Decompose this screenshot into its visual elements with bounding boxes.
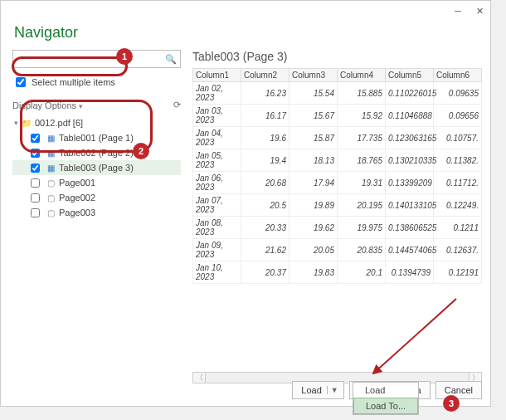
tree-item-checkbox[interactable]: [31, 208, 40, 217]
table-cell: Jan 04, 2023: [193, 127, 241, 149]
table-cell: 0.140133105: [386, 194, 434, 217]
search-box[interactable]: 🔍: [12, 50, 181, 68]
table-cell: 0.138606525: [386, 217, 434, 239]
table-cell: 15.92: [338, 105, 386, 127]
table-cell: 0.110226015: [386, 82, 434, 105]
table-cell: 20.05: [289, 239, 338, 261]
preview-table: Column1Column2Column3Column4Column5Colum…: [192, 68, 482, 284]
column-header[interactable]: Column6: [434, 69, 482, 82]
table-cell: 20.5: [241, 194, 289, 217]
page-icon: ▢: [46, 193, 56, 203]
table-cell: Jan 08, 2023: [193, 217, 241, 239]
search-icon: 🔍: [165, 54, 177, 65]
tree-item[interactable]: ▢Page002: [12, 190, 181, 205]
tree-item-checkbox[interactable]: [31, 134, 40, 143]
table-row: Jan 08, 202320.3319.6219.9750.1386065250…: [193, 217, 482, 239]
table-cell: 0.11712.: [434, 172, 482, 194]
table-cell: 0.123063165: [386, 127, 434, 149]
display-options[interactable]: Display Options ▾ ⟳: [12, 100, 181, 110]
table-cell: 19.62: [289, 217, 338, 239]
table-cell: 18.765: [338, 149, 386, 172]
tree-item[interactable]: ▢Page001: [12, 175, 181, 190]
table-cell: 0.09635: [434, 82, 482, 105]
tree-item[interactable]: ▦Table002 (Page 2): [12, 145, 181, 160]
table-cell: 17.94: [289, 172, 338, 194]
table-cell: Jan 06, 2023: [193, 172, 241, 194]
table-row: Jan 07, 202320.519.8920.1950.1401331050.…: [193, 194, 482, 217]
collapse-icon[interactable]: ▾: [14, 119, 18, 127]
dropdown-item-load-to[interactable]: Load To...: [353, 398, 418, 414]
table-cell: 0.09656: [434, 105, 482, 127]
page-icon: ▢: [46, 178, 56, 188]
tree-item-label: Table003 (Page 3): [59, 163, 134, 173]
cancel-button[interactable]: Cancel: [435, 381, 482, 399]
table-cell: 0.10757.: [434, 127, 482, 149]
tree-root[interactable]: ▾ 📁 0012.pdf [6]: [12, 115, 181, 130]
table-cell: Jan 02, 2023: [193, 82, 241, 105]
table-cell: 0.144574065: [386, 239, 434, 261]
column-header[interactable]: Column4: [338, 69, 386, 82]
table-cell: 0.12249.: [434, 194, 482, 217]
tree-item-label: Page003: [59, 208, 95, 217]
table-cell: 20.33: [241, 217, 289, 239]
table-cell: Jan 09, 2023: [193, 239, 241, 261]
table-cell: 15.67: [289, 105, 338, 127]
table-row: Jan 06, 202320.6817.9419.310.133992090.1…: [193, 172, 482, 194]
table-row: Jan 02, 202316.2315.5415.8850.1102260150…: [193, 82, 482, 105]
table-row: Jan 10, 202320.3719.8320.10.13947390.121…: [193, 261, 482, 284]
tree-item-checkbox[interactable]: [31, 178, 40, 188]
table-cell: 21.62: [241, 239, 289, 261]
close-button[interactable]: ✕: [474, 5, 485, 17]
tree-item-label: Page001: [59, 178, 95, 188]
tree-item[interactable]: ▦Table001 (Page 1): [12, 130, 181, 145]
table-cell: 19.31: [338, 172, 386, 194]
table-cell: Jan 05, 2023: [193, 149, 241, 172]
table-icon: ▦: [46, 148, 56, 158]
page-icon: ▢: [46, 208, 56, 217]
load-button[interactable]: Load ▼: [292, 381, 343, 399]
table-icon: ▦: [46, 163, 56, 173]
column-header[interactable]: Column1: [193, 69, 241, 82]
navigator-dialog: ─ ✕ Navigator 🔍 Select multiple items Di…: [0, 0, 491, 407]
table-cell: Jan 07, 2023: [193, 194, 241, 217]
scroll-left-button[interactable]: 〈: [192, 372, 206, 383]
left-panel: 🔍 Select multiple items Display Options …: [1, 48, 187, 384]
chevron-down-icon: ▾: [79, 102, 83, 110]
table-icon: ▦: [46, 133, 56, 143]
column-header[interactable]: Column5: [386, 69, 434, 82]
table-cell: 16.17: [241, 105, 289, 127]
table-cell: 20.835: [338, 239, 386, 261]
refresh-icon[interactable]: ⟳: [173, 100, 181, 110]
dialog-title: Navigator: [1, 21, 490, 48]
tree-item-checkbox[interactable]: [31, 193, 40, 203]
table-row: Jan 05, 202319.418.1318.7650.1302103350.…: [193, 149, 482, 172]
column-header[interactable]: Column3: [289, 69, 338, 82]
table-cell: 16.23: [241, 82, 289, 105]
table-cell: Jan 10, 2023: [193, 261, 241, 284]
tree-item-label: Table002 (Page 2): [59, 148, 134, 158]
column-header[interactable]: Column2: [241, 69, 289, 82]
table-cell: 0.12637.: [434, 239, 482, 261]
table-cell: 19.4: [241, 149, 289, 172]
tree-item[interactable]: ▢Page003: [12, 205, 181, 220]
select-multiple-input[interactable]: [16, 77, 26, 87]
tree-item-checkbox[interactable]: [31, 164, 40, 173]
table-cell: 20.1: [338, 261, 386, 284]
table-cell: 0.1394739: [386, 261, 434, 284]
table-row: Jan 03, 202316.1715.6715.920.110468880.0…: [193, 105, 482, 127]
minimize-button[interactable]: ─: [452, 5, 464, 17]
dropdown-item-load[interactable]: Load: [353, 383, 418, 398]
tree: ▾ 📁 0012.pdf [6] ▦Table001 (Page 1)▦Tabl…: [12, 115, 181, 220]
tree-item-checkbox[interactable]: [31, 149, 40, 158]
load-dropdown-caret[interactable]: ▼: [327, 386, 342, 394]
tree-item-label: Page002: [59, 193, 95, 203]
table-cell: 17.735: [338, 127, 386, 149]
table-cell: 19.975: [338, 217, 386, 239]
table-cell: 0.11046888: [386, 105, 434, 127]
tree-root-label: 0012.pdf [6]: [35, 118, 83, 128]
table-cell: 0.11382.: [434, 149, 482, 172]
table-cell: 19.89: [289, 194, 338, 217]
select-multiple-checkbox[interactable]: Select multiple items: [12, 75, 181, 90]
search-input[interactable]: [17, 53, 165, 65]
tree-item[interactable]: ▦Table003 (Page 3): [12, 160, 181, 175]
